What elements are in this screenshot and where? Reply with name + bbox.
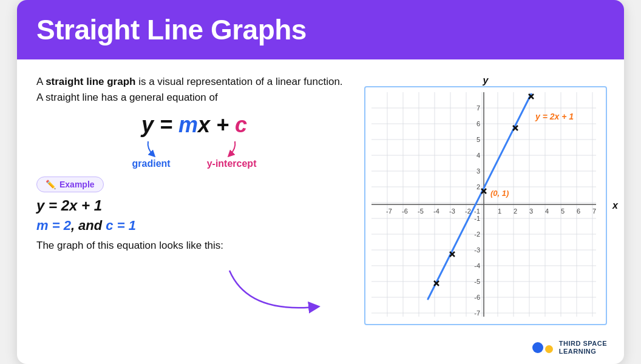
- logo-line1: THIRD SPACE: [559, 340, 607, 348]
- x-axis-outer-label: x: [612, 200, 618, 211]
- example-2x: 2x: [61, 197, 78, 214]
- yintercept-arrow-icon: [223, 140, 241, 157]
- svg-text:-3: -3: [474, 246, 480, 254]
- y-axis-label: y: [483, 75, 489, 86]
- origin-label: (0, 1): [490, 189, 509, 198]
- gradient-label: gradient: [132, 158, 171, 169]
- svg-text:6: 6: [477, 120, 480, 127]
- svg-text:2: 2: [477, 183, 480, 190]
- svg-text:-4: -4: [433, 207, 439, 215]
- main-card: Straight Line Graphs A straight line gra…: [17, 0, 624, 364]
- svg-text:4: 4: [545, 207, 549, 215]
- example-equation: y = 2x + 1: [36, 197, 352, 214]
- svg-text:3: 3: [529, 207, 533, 215]
- yintercept-annotation: y-intercept: [207, 140, 257, 169]
- graph-equation-label: y = 2x + 1: [535, 112, 574, 121]
- svg-text:1: 1: [498, 207, 501, 215]
- graph-svg: -7 -6 -5 -4 -3 -2 -1 1 2 3 4 5 6: [371, 92, 596, 317]
- svg-text:-7: -7: [474, 309, 480, 317]
- svg-text:-1: -1: [474, 215, 480, 222]
- logo-section: THIRD SPACE LEARNING: [17, 337, 624, 364]
- c-value: c = 1: [106, 218, 136, 233]
- gradient-annotation: gradient: [132, 140, 171, 169]
- pencil-icon: ✏️: [46, 180, 56, 189]
- page-title: Straight Line Graphs: [36, 13, 605, 46]
- svg-text:6: 6: [577, 207, 580, 215]
- example-badge: ✏️ Example: [36, 177, 104, 192]
- logo-icon: [532, 342, 553, 353]
- m-variable: m: [178, 112, 198, 137]
- svg-text:-1: -1: [474, 207, 480, 215]
- bold-term: straight line graph: [46, 76, 135, 87]
- general-equation: y = mx + c: [36, 112, 352, 138]
- svg-text:-2: -2: [474, 231, 480, 238]
- bottom-description: The graph of this equation looks like th…: [36, 240, 352, 252]
- svg-text:-6: -6: [402, 207, 408, 215]
- example-variables: m = 2, and c = 1: [36, 218, 352, 234]
- gradient-arrow-icon: [142, 140, 160, 157]
- svg-text:5: 5: [561, 207, 565, 215]
- example-badge-label: Example: [59, 180, 95, 189]
- svg-text:-3: -3: [449, 207, 455, 215]
- equation-text: y = mx + c: [141, 112, 247, 137]
- m-value: m = 2: [36, 218, 71, 233]
- annotation-arrows: gradient y-intercept: [36, 140, 352, 169]
- svg-text:7: 7: [477, 104, 480, 112]
- c-variable: c: [235, 112, 247, 137]
- left-column: A straight line graph is a visual repres…: [36, 74, 352, 325]
- right-column: y: [364, 74, 607, 325]
- logo-text: THIRD SPACE LEARNING: [559, 340, 607, 356]
- yintercept-label: y-intercept: [207, 158, 257, 169]
- svg-text:5: 5: [477, 136, 480, 143]
- logo-circle-blue: [532, 342, 543, 353]
- intro-paragraph: A straight line graph is a visual repres…: [36, 74, 352, 106]
- content-area: A straight line graph is a visual repres…: [17, 59, 624, 337]
- svg-text:-5: -5: [474, 278, 480, 285]
- logo-line2: LEARNING: [559, 348, 607, 356]
- graph-container: y: [364, 86, 607, 325]
- svg-text:-4: -4: [474, 262, 480, 269]
- graph-area: -7 -6 -5 -4 -3 -2 -1 1 2 3 4 5 6: [364, 86, 607, 325]
- svg-text:-7: -7: [386, 207, 392, 215]
- svg-text:3: 3: [477, 167, 480, 175]
- x-axis-labels: -7 -6 -5 -4 -3 -2 -1 1 2 3 4 5 6: [386, 207, 596, 215]
- svg-text:-5: -5: [418, 207, 424, 215]
- svg-text:-6: -6: [474, 294, 480, 301]
- header-section: Straight Line Graphs: [17, 0, 624, 59]
- logo-circle-yellow: [545, 345, 553, 353]
- svg-text:4: 4: [477, 152, 480, 159]
- svg-text:7: 7: [592, 207, 596, 215]
- svg-text:2: 2: [514, 207, 517, 215]
